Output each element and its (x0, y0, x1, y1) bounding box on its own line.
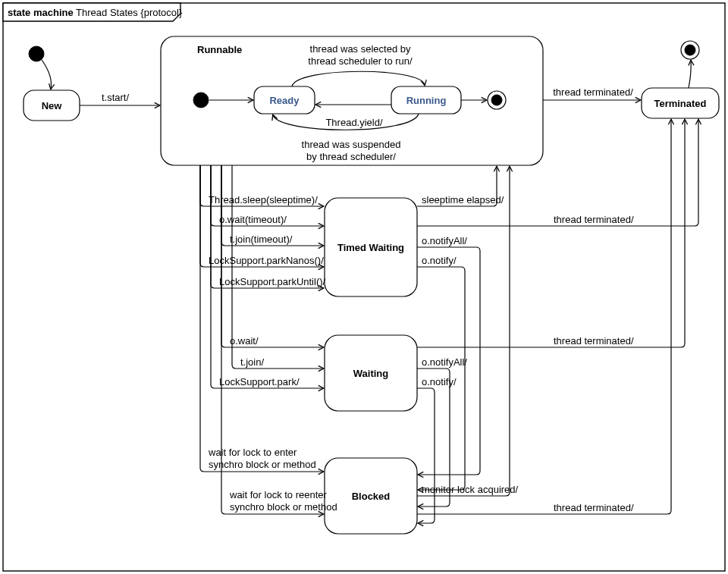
blk-terminated: thread terminated/ (554, 502, 634, 513)
w-in-1: t.join/ (240, 356, 264, 368)
state-blocked-label: Blocked (352, 491, 391, 502)
tw-in-3: LockSupport.parkNanos()/ (209, 255, 324, 266)
tw-in-0: Thread.sleep(sleeptime)/ (209, 194, 318, 205)
tw-notifyall: o.notifyAll/ (422, 235, 467, 246)
w-in-2: LockSupport.park/ (219, 376, 300, 387)
tw-in-4: LockSupport.parkUntil()/ (219, 276, 326, 287)
transition-runnable-terminated: thread terminated/ (553, 86, 633, 98)
blk-reenter-l1: wait for lock to reenter (229, 489, 328, 500)
transition-suspend-l2: by thread scheduler/ (306, 151, 396, 162)
transition-selected-l2: thread scheduler to run/ (308, 55, 413, 67)
w-notify: o.notify/ (422, 376, 457, 387)
state-new-label: New (42, 100, 63, 111)
initial-node-runnable (193, 93, 209, 108)
transition-start: t.start/ (102, 92, 130, 103)
blk-reenter-l2: synchro block or method (230, 501, 337, 513)
w-in-0: o.wait/ (230, 335, 259, 347)
w-notifyall: o.notifyAll/ (422, 356, 467, 368)
transition-yield: Thread.yield/ (325, 117, 383, 128)
tw-in-1: o.wait(timeout)/ (219, 214, 287, 225)
initial-node-new (29, 46, 44, 61)
tw-sleeptime: sleeptime elapsed/ (422, 194, 504, 205)
state-terminated-label: Terminated (654, 98, 706, 109)
blk-lock: monitor lock acquired/ (422, 484, 519, 495)
transition-suspend-l1: thread was suspended (302, 139, 401, 150)
w-terminated: thread terminated/ (554, 335, 634, 347)
svg-point-2 (685, 45, 695, 55)
state-timed-waiting-label: Timed Waiting (337, 242, 404, 253)
state-waiting-label: Waiting (353, 368, 389, 379)
blk-enter-l2: synchro block or method (209, 459, 316, 470)
diagram-title: state machine Thread States {protocol} (8, 7, 183, 18)
tw-terminated: thread terminated/ (554, 214, 634, 225)
tw-in-2: t.join(timeout)/ (230, 234, 293, 245)
transition-selected-l1: thread was selected by (310, 43, 411, 55)
state-diagram: state machine Thread States {protocol} N… (0, 0, 728, 574)
state-running-label: Running (406, 95, 447, 106)
state-runnable-label: Runnable (197, 44, 242, 55)
svg-point-1 (491, 95, 502, 105)
state-ready-label: Ready (269, 95, 300, 106)
tw-notify: o.notify/ (422, 255, 457, 266)
